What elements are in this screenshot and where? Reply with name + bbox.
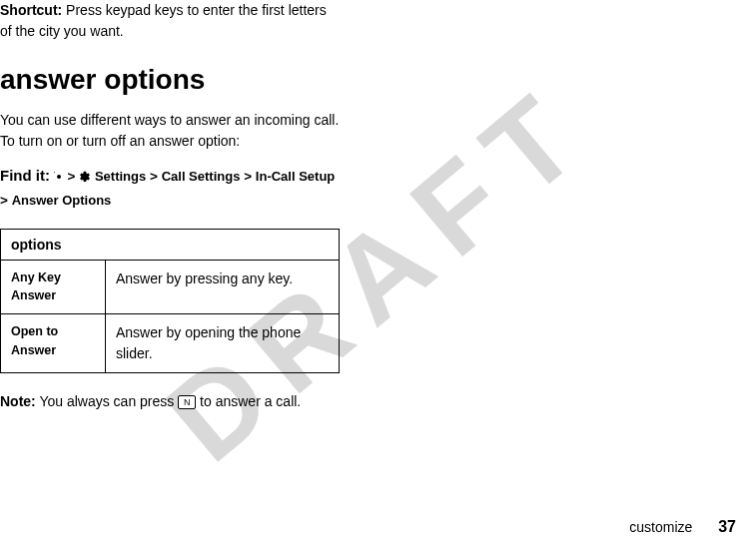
intro-text: You can use different ways to answer an … [0,110,756,152]
separator: > [0,193,8,208]
footer-section: customize [629,519,692,535]
note-paragraph: Note: You always can press N to answer a… [0,391,756,412]
page-content: Shortcut: Press keypad keys to enter the… [0,0,756,412]
option-name: Open to Answer [1,314,106,373]
path-call-settings: Call Settings [162,169,241,184]
option-desc: Answer by pressing any key. [106,260,340,314]
path-answer-options: Answer Options [12,193,112,208]
option-desc: Answer by opening the phone slider. [106,314,340,373]
note-after-key: to answer a call. [196,393,301,409]
table-row: Open to Answer Answer by opening the pho… [1,314,340,373]
options-table: options Any Key Answer Answer by pressin… [0,229,340,374]
separator: > [150,169,158,184]
table-row: Any Key Answer Answer by pressing any ke… [1,260,340,314]
page-footer: customize 37 [629,518,736,536]
section-heading: answer options [0,64,756,96]
shortcut-text-line2: of the city you want. [0,23,124,39]
intro-line2: To turn on or turn off an answer option: [0,133,240,149]
find-it-path: Find it: > Settings > Call Settings > In… [0,162,756,214]
page-number: 37 [718,518,736,535]
path-settings: Settings [95,169,146,184]
menu-dot-icon [54,172,64,182]
separator: > [68,169,76,184]
find-it-label: Find it: [0,167,50,184]
separator: > [244,169,252,184]
note-label: Note: [0,393,36,409]
intro-line1: You can use different ways to answer an … [0,112,339,128]
gear-icon [79,171,91,183]
key-icon: N [178,395,196,409]
note-before-key: You always can press [36,393,178,409]
shortcut-label: Shortcut: [0,2,62,18]
path-incall-setup: In-Call Setup [256,169,335,184]
table-header: options [1,229,340,260]
option-name: Any Key Answer [1,260,106,314]
shortcut-text-line1: Press keypad keys to enter the first let… [62,2,327,18]
shortcut-paragraph: Shortcut: Press keypad keys to enter the… [0,0,756,42]
